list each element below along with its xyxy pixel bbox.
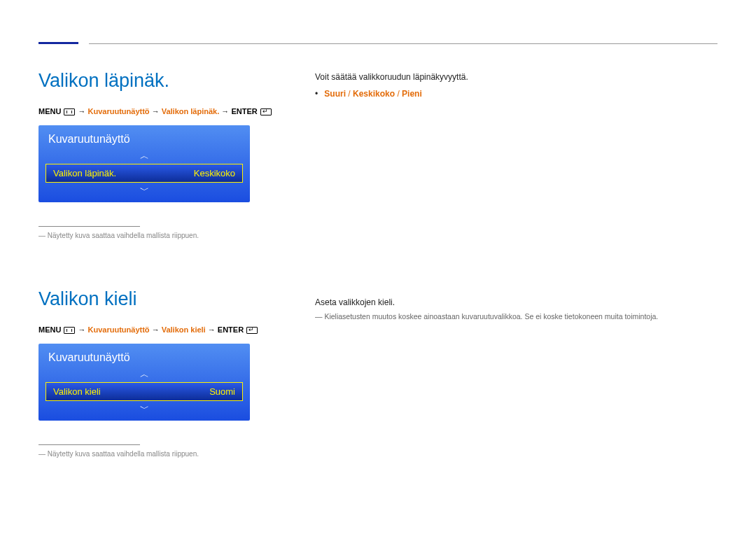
chevron-up-icon[interactable]: ︿ bbox=[38, 150, 250, 162]
header-accent bbox=[38, 42, 78, 44]
bullet-icon: • bbox=[315, 87, 322, 101]
desc-line1: Aseta valikkojen kieli. bbox=[315, 295, 714, 309]
osd-panel-2: Kuvaruutunäyttö ︿ Valikon kieli Suomi ﹀ bbox=[38, 344, 250, 421]
osd-row-label: Valikon kieli bbox=[53, 386, 101, 397]
menu-prefix: MENU bbox=[38, 107, 61, 115]
enter-icon bbox=[246, 327, 258, 334]
menu-path-2: MENU → Kuvaruutunäyttö → Valikon kieli →… bbox=[38, 325, 718, 334]
chevron-up-icon[interactable]: ︿ bbox=[38, 368, 250, 381]
footnote-1: Näytetty kuva saattaa vaihdella mallista… bbox=[38, 232, 718, 239]
footnote-rule-2 bbox=[38, 444, 140, 445]
menu-path-1: MENU → Kuvaruutunäyttö → Valikon läpinäk… bbox=[38, 107, 718, 115]
arrow-sep: → bbox=[208, 325, 218, 334]
arrow-sep: → bbox=[78, 107, 88, 115]
opt3: Pieni bbox=[402, 89, 422, 99]
path-mid2: Valikon läpinäk. bbox=[162, 107, 220, 115]
osd-row-value: Keskikoko bbox=[194, 168, 235, 178]
osd-selected-row-1[interactable]: Valikon läpinäk. Keskikoko bbox=[46, 164, 243, 183]
description-language: Aseta valikkojen kieli. Kieliasetusten m… bbox=[315, 295, 714, 323]
enter-icon bbox=[260, 108, 272, 115]
osd-row-value: Suomi bbox=[209, 386, 235, 397]
footnote-rule-1 bbox=[38, 226, 140, 227]
chevron-down-icon[interactable]: ﹀ bbox=[38, 402, 250, 421]
chevron-down-icon[interactable]: ﹀ bbox=[38, 184, 250, 202]
path-mid2: Valikon kieli bbox=[162, 325, 206, 334]
osd-row-label: Valikon läpinäk. bbox=[53, 168, 116, 178]
options-list: • Suuri / Keskikoko / Pieni bbox=[315, 87, 710, 101]
arrow-sep: → bbox=[78, 325, 88, 334]
osd-panel-1: Kuvaruutunäyttö ︿ Valikon läpinäk. Keski… bbox=[38, 125, 250, 202]
opt2: Keskikoko bbox=[353, 89, 395, 99]
desc-note: Kieliasetusten muutos koskee ainoastaan … bbox=[315, 311, 714, 323]
header-rule bbox=[89, 43, 718, 44]
arrow-sep: → bbox=[152, 107, 162, 115]
osd-title-1: Kuvaruutunäyttö bbox=[38, 125, 250, 150]
menu-icon bbox=[64, 327, 75, 334]
path-mid1: Kuvaruutunäyttö bbox=[88, 325, 150, 334]
desc-line1: Voit säätää valikkoruudun läpinäkyvyyttä… bbox=[315, 70, 710, 84]
footnote-2: Näytetty kuva saattaa vaihdella mallista… bbox=[38, 450, 718, 458]
opt1: Suuri bbox=[324, 89, 346, 99]
arrow-sep: → bbox=[152, 325, 162, 334]
menu-icon bbox=[64, 108, 75, 115]
arrow-sep: → bbox=[221, 107, 231, 115]
path-mid1: Kuvaruutunäyttö bbox=[88, 107, 150, 115]
menu-prefix: MENU bbox=[38, 325, 61, 334]
description-transparency: Voit säätää valikkoruudun läpinäkyvyyttä… bbox=[315, 70, 710, 101]
enter-label: ENTER bbox=[231, 107, 257, 115]
enter-label: ENTER bbox=[218, 325, 244, 334]
osd-selected-row-2[interactable]: Valikon kieli Suomi bbox=[46, 382, 243, 401]
osd-title-2: Kuvaruutunäyttö bbox=[38, 344, 250, 368]
